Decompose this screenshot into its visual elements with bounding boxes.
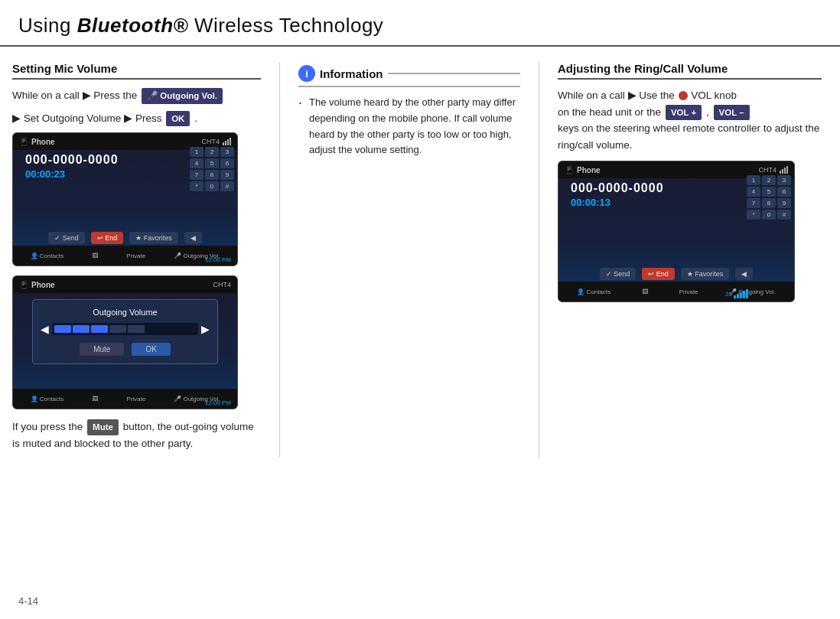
mute-description: If you press the Mute button, the out-go… <box>12 419 261 451</box>
vol-seg-2 <box>73 325 90 333</box>
title-prefix: Using <box>18 14 77 37</box>
mute-badge: Mute <box>87 419 119 435</box>
phone-keypad-right: 1 2 3 4 5 6 7 8 9 * 0 # <box>747 175 791 220</box>
vol-arrow-left[interactable]: ◀ <box>41 323 49 335</box>
rkey-2: 2 <box>762 175 776 185</box>
phone-timer-right: 00:00:13 <box>565 197 670 208</box>
key-5: 5 <box>205 158 219 168</box>
vol-seg-4 <box>109 325 126 333</box>
key-6: 6 <box>220 158 234 168</box>
phone-icons-right: CHT4 <box>758 166 788 174</box>
phone-timer-1: 00:00:23 <box>19 168 125 180</box>
phone-action-bar-1: ✓ Send ↩ End ★ Favorites ◀ <box>13 232 237 244</box>
page-header: Using Bluetooth® Wireless Technology <box>0 0 840 47</box>
phone-screen-right: 📱Phone CHT4 000-0000-0000 00:00:13 <box>558 161 795 302</box>
key-1: 1 <box>190 147 203 157</box>
mute-prefix: If you press the <box>12 421 83 432</box>
volume-bar-indicator: 25 <box>725 289 748 298</box>
volume-overlay: Outgoing Volume ◀ ▶ Mute OK <box>32 299 218 364</box>
key-2: 2 <box>205 147 219 157</box>
signal-bars-right <box>780 166 788 174</box>
volume-overlay-title: Outgoing Volume <box>41 308 210 317</box>
phone-icons-2: CHT4 <box>213 281 231 288</box>
phone-bottom-bar-right: 👤 Contacts 🖼 Private 🎤 Outgoing Vol. 25 <box>558 282 794 301</box>
vol-minus-badge: VOL – <box>714 105 750 120</box>
title-suffix: Wireless Technology <box>188 14 383 37</box>
end-btn-right: ↩ End <box>642 268 675 280</box>
phone-label-2: 📱Phone <box>19 281 55 289</box>
key-7: 7 <box>190 170 203 180</box>
signal-bars-1 <box>223 138 231 145</box>
title-brand: Bluetooth® <box>77 14 188 37</box>
left-press2: Press <box>135 112 162 124</box>
key-3: 3 <box>220 147 234 157</box>
info-title: Information <box>320 67 383 80</box>
signal-icon-2: CHT4 <box>213 281 231 288</box>
phone-bottom-bar-2: 👤 Contacts 🖼 Private 🎤 Outgoing Vol. 12:… <box>13 389 237 409</box>
right-while: While on a call <box>558 90 628 101</box>
vol-bars <box>734 289 748 298</box>
rkey-star: * <box>747 210 760 220</box>
extra-btn-right: ◀ <box>735 268 753 280</box>
right-arrow: ▶ <box>628 90 637 101</box>
key-8: 8 <box>205 170 219 180</box>
phone-top-bar-2: 📱Phone CHT4 <box>13 276 237 293</box>
divider-left-mid <box>279 62 280 458</box>
rkey-5: 5 <box>762 187 776 197</box>
key-9: 9 <box>220 170 234 180</box>
left-arrow2: ▶ <box>12 112 21 124</box>
screen2-time: 12:00 PM <box>205 399 231 406</box>
ok-badge: OK <box>166 111 190 126</box>
send-btn-1: ✓ Send <box>48 232 85 244</box>
vol-arrow-right[interactable]: ▶ <box>201 323 210 335</box>
right-comma: , <box>706 106 709 118</box>
key-star: * <box>190 181 203 191</box>
private-item-2: Private <box>126 396 145 402</box>
ok-button[interactable]: OK <box>132 343 170 356</box>
phone-screen-2: 📱Phone CHT4 Outgoing Volume ◀ <box>12 275 238 409</box>
contacts-item-2: 👤 Contacts <box>31 396 64 402</box>
phone-number-1: 000-0000-0000 <box>19 150 125 168</box>
right-vol-text: VOL knob <box>691 90 737 101</box>
key-4: 4 <box>190 158 203 168</box>
left-line1-while: While on a call <box>12 90 83 101</box>
right-line3: keys on the steering wheel remote contro… <box>558 122 819 151</box>
rkey-9: 9 <box>777 198 791 208</box>
signal-icon-1: CHT4 <box>201 138 220 145</box>
mute-button[interactable]: Mute <box>80 343 124 356</box>
right-on: on the head unit or the <box>558 106 661 118</box>
info-icon: i <box>298 65 315 82</box>
key-hash: # <box>220 181 234 191</box>
key-0: 0 <box>205 181 219 191</box>
phone-icons-1: CHT4 <box>201 138 231 145</box>
page-number: 4-14 <box>18 595 38 607</box>
vol-buttons: Mute OK <box>41 343 210 356</box>
rkey-4: 4 <box>747 187 760 197</box>
phone-label-right: 📱Phone <box>565 166 601 174</box>
info-divider-line <box>388 73 521 74</box>
content-area: Setting Mic Volume While on a call ▶ Pre… <box>0 47 840 473</box>
left-arrow3: ▶ <box>124 112 132 124</box>
info-header: i Information <box>298 65 520 87</box>
screen1-time: 12:00 PM <box>205 256 231 263</box>
vol-knob-icon <box>679 91 688 100</box>
phone-action-bar-right: ✓ Send ↩ End ★ Favorites ◀ <box>558 268 794 280</box>
right-column: Adjusting the Ring/Call Volume While on … <box>542 62 822 302</box>
vol-bar <box>52 323 198 335</box>
left-section-title: Setting Mic Volume <box>12 62 261 80</box>
rkey-hash: # <box>777 210 791 220</box>
left-arrow1: ▶ <box>83 90 91 101</box>
rkey-6: 6 <box>777 187 791 197</box>
rkey-7: 7 <box>747 198 760 208</box>
private-item-right: Private <box>679 288 698 295</box>
right-section-title: Adjusting the Ring/Call Volume <box>558 62 822 80</box>
contacts-item-1: 👤 Contacts <box>31 252 64 259</box>
page-footer: 4-14 <box>18 595 38 607</box>
phone-keypad-1: 1 2 3 4 5 6 7 8 9 * 0 # <box>190 147 234 191</box>
fav-btn-1: ★ Favorites <box>129 232 178 244</box>
vol-number: 25 <box>725 291 732 298</box>
info-bullet-text: The volume heard by the other party may … <box>298 95 520 158</box>
right-use: Use the <box>639 90 677 101</box>
rkey-8: 8 <box>762 198 776 208</box>
phone-label-1: 📱Phone <box>19 138 55 146</box>
